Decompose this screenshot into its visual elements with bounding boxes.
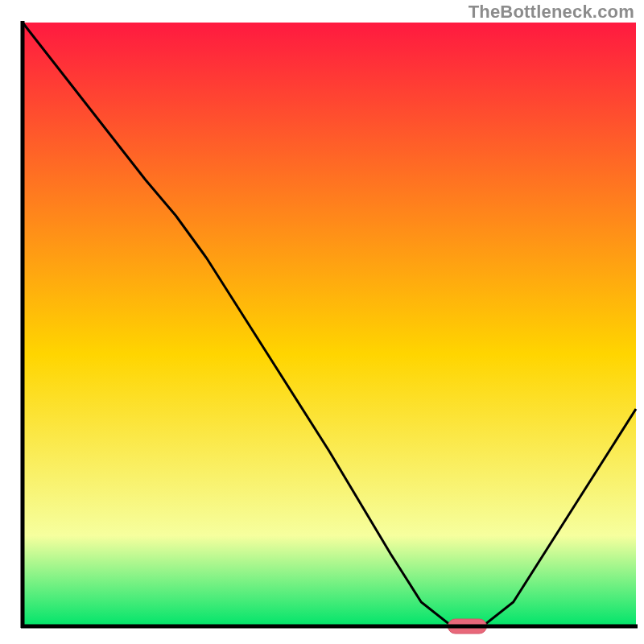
bottleneck-chart xyxy=(0,0,644,644)
plot-area xyxy=(21,21,638,634)
plot-background xyxy=(23,23,636,626)
chart-container: TheBottleneck.com xyxy=(0,0,644,644)
